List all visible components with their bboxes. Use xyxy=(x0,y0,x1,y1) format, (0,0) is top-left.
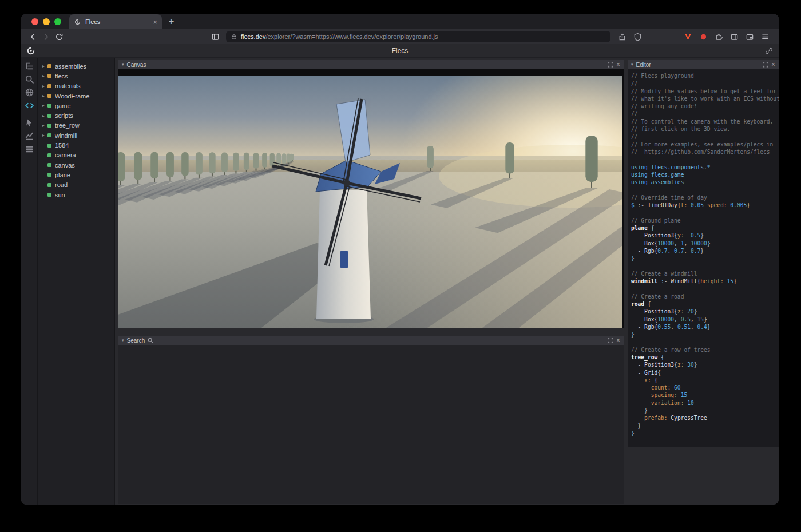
link-icon[interactable] xyxy=(765,47,773,55)
extensions-puzzle-icon[interactable] xyxy=(715,33,723,41)
code-line: prefab: CypressTree xyxy=(631,414,779,422)
url-bar[interactable]: flecs.dev/explorer/?wasm=https://www.fle… xyxy=(226,31,610,42)
tree-item-materials[interactable]: ▸materials xyxy=(38,81,114,91)
cypress-tree xyxy=(253,153,259,169)
close-window-button[interactable] xyxy=(31,18,38,25)
close-icon[interactable]: × xyxy=(771,61,775,68)
close-icon[interactable]: × xyxy=(616,337,620,344)
code-line: using flecs.game xyxy=(631,171,779,178)
tree-item-plane[interactable]: plane xyxy=(38,170,114,180)
collapse-chevron-icon[interactable]: ▾ xyxy=(122,62,124,67)
tree-item-assemblies[interactable]: ▸assemblies xyxy=(38,61,114,71)
side-panel-button[interactable] xyxy=(209,31,221,42)
code-line: windmill :- WindMill{height: 15} xyxy=(631,277,779,285)
browser-extensions-area xyxy=(684,33,770,41)
code-line xyxy=(631,156,779,163)
search-icon[interactable] xyxy=(25,74,34,84)
minimize-window-button[interactable] xyxy=(43,18,50,25)
code-line: // Flecs playground xyxy=(631,72,779,80)
code-line: // Ground plane xyxy=(631,217,779,224)
search-panel: ▾ Search × xyxy=(118,336,624,504)
reload-button[interactable] xyxy=(53,31,65,42)
chart-icon[interactable] xyxy=(25,131,34,141)
code-line: - Box{10000, 0.5, 15} xyxy=(631,316,779,323)
back-button[interactable] xyxy=(27,31,38,42)
menu-icon[interactable] xyxy=(761,33,770,41)
entity-square-icon xyxy=(47,153,51,157)
tree-item-scripts[interactable]: ▸scripts xyxy=(38,110,114,120)
tree-item-label: camera xyxy=(55,152,76,158)
code-line: // https://github.com/SanderMertens/flec… xyxy=(631,148,779,156)
tree-item-WoodFrame[interactable]: ▸WoodFrame xyxy=(38,91,114,101)
close-icon[interactable]: × xyxy=(616,61,620,68)
expand-icon[interactable] xyxy=(608,62,613,68)
tree-item-tree_row[interactable]: ▸tree_row xyxy=(38,121,114,130)
windmill-door xyxy=(340,251,348,268)
code-line: spacing: 15 xyxy=(631,391,779,399)
tree-item-game[interactable]: ▸game xyxy=(38,101,114,110)
code-line: } xyxy=(631,407,779,414)
sidebar-toggle-icon[interactable] xyxy=(730,33,739,41)
tree-item-label: 1584 xyxy=(55,142,69,149)
expand-arrow-icon[interactable]: ▸ xyxy=(42,113,47,118)
tree-item-label: windmill xyxy=(55,132,77,139)
entity-square-icon xyxy=(47,173,51,177)
world-icon[interactable] xyxy=(25,88,34,97)
page-title: Flecs xyxy=(21,47,779,55)
new-tab-button[interactable]: + xyxy=(169,17,174,27)
code-line: // Create a windmill xyxy=(631,270,779,277)
tree-icon[interactable] xyxy=(25,61,34,71)
tab-panel-icon[interactable] xyxy=(746,33,754,41)
code-line: // writing any code! xyxy=(631,102,779,110)
tree-item-1584[interactable]: 1584 xyxy=(38,140,114,150)
canvas-panel: ▾ Canvas × xyxy=(118,60,624,328)
tree-item-label: game xyxy=(55,102,71,109)
code-line xyxy=(631,338,779,346)
tree-item-flecs[interactable]: ▸flecs xyxy=(38,71,114,81)
tree-item-road[interactable]: road xyxy=(38,180,114,190)
zoom-window-button[interactable] xyxy=(54,18,61,25)
favicon-flecs-icon xyxy=(74,18,81,26)
tree-item-sun[interactable]: sun xyxy=(38,190,114,200)
expand-arrow-icon[interactable]: ▸ xyxy=(42,73,47,78)
browser-tab[interactable]: Flecs × xyxy=(69,14,162,29)
code-line: - Position3{z: 20} xyxy=(631,308,779,315)
expand-arrow-icon[interactable]: ▸ xyxy=(42,103,47,108)
collapse-chevron-icon[interactable]: ▾ xyxy=(122,338,124,343)
expand-icon[interactable] xyxy=(763,62,768,68)
tree-item-windmill[interactable]: ▸windmill xyxy=(38,130,114,140)
forward-icon xyxy=(42,33,50,41)
entity-square-icon xyxy=(47,133,51,137)
search-results-area[interactable] xyxy=(118,345,624,504)
module-square-icon xyxy=(47,84,51,88)
editor-panel: ▾ Editor × // Flecs playground//// Modif… xyxy=(628,60,779,447)
cursor-icon[interactable] xyxy=(25,118,34,128)
expand-arrow-icon[interactable]: ▸ xyxy=(42,133,47,138)
vpn-v-icon[interactable] xyxy=(684,33,692,41)
3d-viewport[interactable] xyxy=(118,76,622,328)
forward-button[interactable] xyxy=(40,31,51,42)
tree-item-label: materials xyxy=(55,82,81,89)
code-editor[interactable]: // Flecs playground//// Modify the value… xyxy=(628,69,779,447)
code-icon[interactable] xyxy=(25,101,34,110)
canvas-body xyxy=(118,69,624,328)
code-line: // Create a road xyxy=(631,293,779,300)
expand-icon[interactable] xyxy=(608,338,613,343)
share-icon[interactable] xyxy=(618,33,626,41)
collapse-chevron-icon[interactable]: ▾ xyxy=(631,62,633,67)
record-icon[interactable] xyxy=(699,33,708,41)
shield-icon[interactable] xyxy=(633,33,642,41)
expand-arrow-icon[interactable]: ▸ xyxy=(42,84,47,89)
tree-item-camera[interactable]: camera xyxy=(38,150,114,160)
cypress-tree xyxy=(233,153,239,171)
expand-arrow-icon[interactable]: ▸ xyxy=(42,93,47,98)
expand-arrow-icon[interactable]: ▸ xyxy=(42,63,47,69)
tree-item-label: WoodFrame xyxy=(55,93,89,100)
expand-arrow-icon[interactable]: ▸ xyxy=(42,123,47,128)
url-actions xyxy=(618,33,642,41)
code-line: } xyxy=(631,331,779,338)
tree-item-canvas[interactable]: canvas xyxy=(38,160,114,170)
cypress-tree xyxy=(118,152,125,181)
rows-icon[interactable] xyxy=(25,144,34,154)
close-tab-icon[interactable]: × xyxy=(153,18,157,26)
